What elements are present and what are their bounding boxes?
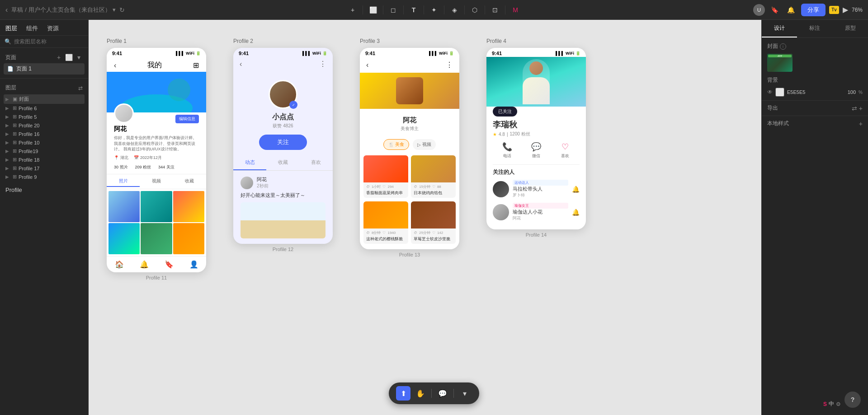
export-add-icon[interactable]: +	[859, 105, 863, 112]
phone-action[interactable]: 📞 电话	[493, 142, 522, 159]
page-options-btn[interactable]: ⬜	[65, 53, 73, 61]
content-card-2[interactable]: ⏱ 15分钟 ♡ 88 日本烧鸡肉馅包	[411, 155, 456, 198]
layer-cover[interactable]: ▶ ▣ 封面	[4, 94, 85, 104]
edit-profile-btn[interactable]: 编辑信息	[175, 115, 199, 123]
time-text: 25分钟	[419, 230, 430, 235]
hand-tool[interactable]: ✋	[413, 386, 428, 401]
bg-label: 背景	[767, 76, 778, 84]
bell-nav-icon[interactable]: 🔔	[140, 260, 149, 269]
canvas-area[interactable]: Profile 1 9:41 ▌▌▌ WiFi 🔋 ‹ 我的 ⊞	[89, 20, 761, 415]
pen-tool[interactable]: ✦	[428, 4, 440, 16]
export-resize-icon[interactable]: ⇄	[852, 105, 857, 112]
profile2-badge: ✓	[289, 101, 297, 109]
layer-profile20[interactable]: ▶ ⊞ Profile 20	[4, 121, 85, 130]
search-input[interactable]	[14, 38, 84, 45]
design-tab[interactable]: 设计	[762, 20, 797, 37]
annotate-tab[interactable]: 标注	[797, 20, 832, 37]
help-button[interactable]: ?	[844, 392, 861, 408]
tab-assets[interactable]: 资源	[45, 23, 61, 33]
content-card-3[interactable]: ⏱ 8分钟 ♡ 1940 这种老式的樱桃酥脆	[363, 201, 408, 244]
cursor-tool[interactable]: ⬆	[396, 386, 410, 401]
tab-dynamic[interactable]: 动态	[233, 155, 266, 170]
profile2-avatar-section: ✓ 小点点 获赞 4826 关注	[233, 71, 333, 155]
bg-color-value: E5E5E5	[787, 89, 805, 95]
profile1-stats: 30 照片 209 粉丝 344 关注	[107, 164, 206, 174]
profile1-nav: 🏠 🔔 🔖 👤	[107, 256, 206, 272]
profile-nav-icon[interactable]: 👤	[189, 260, 198, 269]
profile3-name: 阿花	[403, 116, 416, 125]
layer-arrow: ▶	[5, 131, 11, 136]
shape-tool[interactable]: ◻	[387, 4, 400, 16]
layer-profile6[interactable]: ▶ ⊞ Profile 6	[4, 104, 85, 112]
layer-label: Profile 16	[19, 131, 39, 137]
layer-profile9[interactable]: ▶ ⊞ Profile 9	[4, 173, 85, 181]
chevron-left-icon[interactable]: ‹	[240, 60, 242, 68]
tab-videos[interactable]: 视频	[140, 176, 173, 187]
more-icon[interactable]: ⋮	[446, 61, 453, 69]
right-tabs: 设计 标注 原型	[762, 20, 868, 38]
share-button[interactable]: 分享	[801, 4, 826, 16]
date-item: 📅 2022年12月	[134, 155, 162, 161]
like-action[interactable]: ♡ 喜欢	[551, 142, 580, 159]
food-label: 美食	[395, 141, 404, 148]
tab-favorites[interactable]: 收藏	[173, 176, 206, 187]
video-label: 视频	[422, 141, 431, 148]
bg-section: 背景 👁 E5E5E5 100 %	[762, 76, 868, 100]
layer-profile17[interactable]: ▶ ⊞ Profile 17	[4, 164, 85, 173]
more-tool[interactable]: ▾	[458, 386, 472, 401]
layer-profile18[interactable]: ▶ ⊞ Profile 18	[4, 155, 85, 164]
content-row-2: ⏱ 8分钟 ♡ 1940 这种老式的樱桃酥脆	[363, 201, 456, 244]
food-tab[interactable]: 🍴 美食	[383, 139, 409, 150]
more-options-icon[interactable]: ⋮	[319, 60, 326, 68]
back-arrow-icon[interactable]: ‹	[114, 61, 116, 70]
video-tab[interactable]: ▷ 视频	[413, 139, 436, 150]
bookmark-nav-icon[interactable]: 🔖	[165, 260, 174, 269]
wifi-icon: WiFi	[312, 51, 321, 56]
play-button[interactable]: ▶	[843, 5, 848, 14]
breadcrumb-chevron[interactable]: ▾	[113, 6, 116, 13]
crop-tool[interactable]: ⊡	[489, 4, 501, 16]
back-button[interactable]: ‹	[5, 6, 8, 14]
bell-icon[interactable]: 🔔	[785, 4, 797, 16]
bookmark-icon[interactable]: 🔖	[769, 4, 781, 16]
add-page-btn[interactable]: +	[55, 53, 63, 61]
home-nav-icon[interactable]: 🏠	[115, 260, 124, 269]
bottom-toolbar: ⬆ ✋ 💬 ▾	[389, 382, 479, 404]
tab-components[interactable]: 组件	[24, 23, 40, 33]
components-tool[interactable]: ◈	[448, 4, 461, 16]
layer-profile16[interactable]: ▶ ⊞ Profile 16	[4, 130, 85, 138]
comment-tool[interactable]: 💬	[435, 386, 450, 401]
mask-tool[interactable]: ⬡	[468, 4, 481, 16]
tab-collect[interactable]: 收藏	[266, 155, 299, 170]
frame-tool[interactable]: ⬜	[367, 4, 379, 16]
phone-label: 电话	[503, 153, 511, 159]
content-card-1[interactable]: ⏱ 1小时 ♡ 294 香脂釉面蔬菜烤肉串	[363, 155, 408, 198]
tab-photos[interactable]: 照片	[107, 176, 140, 187]
layer-profile10[interactable]: ▶ ⊞ Profile 10	[4, 138, 85, 147]
bell-follow-icon-2[interactable]: 🔔	[572, 209, 580, 216]
content-card-4[interactable]: ⏱ 25分钟 ♡ 142 草莓芝士软皮沙里脆	[411, 201, 456, 244]
following-name-2: 瑜伽达人小花	[513, 209, 568, 215]
tab-layers[interactable]: 图层	[4, 23, 19, 33]
followed-btn[interactable]: 已关注	[493, 107, 517, 117]
back-arrow-icon[interactable]: ‹	[366, 61, 368, 69]
refresh-icon[interactable]: ↻	[119, 6, 125, 14]
layer-profile19[interactable]: ▶ ⊞ Profile19	[4, 147, 85, 155]
card-meta-3: ⏱ 8分钟 ♡ 1940	[366, 230, 406, 235]
page-expand-btn[interactable]: ▾	[75, 53, 83, 61]
text-tool[interactable]: T	[407, 4, 420, 16]
tab-like[interactable]: 喜欢	[300, 155, 333, 170]
page-item-1[interactable]: 📄 页面 1	[4, 63, 85, 75]
prototype-tab[interactable]: 原型	[833, 20, 868, 37]
layers-options-icon[interactable]: ⇄	[78, 85, 83, 91]
add-tool[interactable]: +	[346, 4, 359, 16]
layer-profile5[interactable]: ▶ ⊞ Profile 5	[4, 112, 85, 121]
local-style-add-icon[interactable]: +	[859, 120, 863, 127]
magic-tool[interactable]: M	[509, 4, 522, 16]
grid-icon[interactable]: ⊞	[193, 61, 199, 70]
bell-follow-icon[interactable]: 🔔	[572, 186, 580, 193]
bg-color-swatch[interactable]	[775, 88, 784, 97]
follow-button[interactable]: 关注	[259, 135, 307, 150]
visibility-icon[interactable]: 👁	[767, 89, 773, 95]
wechat-action[interactable]: 💬 微信	[522, 142, 551, 159]
